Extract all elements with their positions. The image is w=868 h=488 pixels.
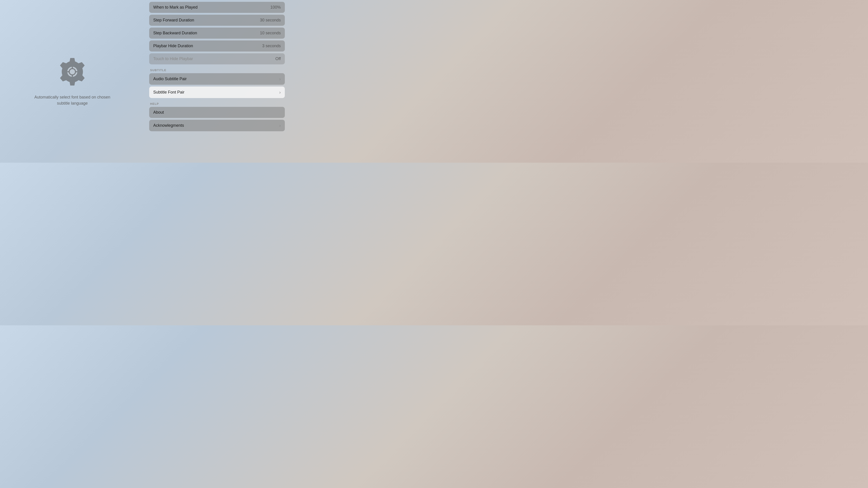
acknowledgments-chevron: › bbox=[279, 123, 281, 128]
touch-hide-row[interactable]: Touch to Hide Playbar Off bbox=[149, 53, 285, 64]
about-label: About bbox=[153, 110, 164, 115]
acknowledgments-label: Acknowlegments bbox=[153, 123, 184, 128]
step-forward-row[interactable]: Step Forward Duration 30 seconds bbox=[149, 15, 285, 26]
subtitle-font-row[interactable]: Subtitle Font Pair › bbox=[149, 87, 285, 98]
acknowledgments-row[interactable]: Acknowlegments › bbox=[149, 120, 285, 131]
subtitle-font-chevron: › bbox=[279, 90, 281, 95]
acknowledgments-chevron-icon: › bbox=[279, 123, 281, 128]
step-backward-value: 10 seconds bbox=[260, 31, 281, 35]
audio-subtitle-label: Audio Subtitle Pair bbox=[153, 76, 187, 81]
step-backward-label: Step Backward Duration bbox=[153, 31, 197, 35]
touch-hide-value: Off bbox=[275, 57, 281, 61]
playbar-hide-row[interactable]: Playbar Hide Duration 3 seconds bbox=[149, 40, 285, 52]
playbar-hide-label: Playbar Hide Duration bbox=[153, 43, 193, 48]
step-forward-value: 30 seconds bbox=[260, 18, 281, 23]
right-panel: When to Mark as Played 100% Step Forward… bbox=[145, 0, 289, 163]
audio-subtitle-chevron: › bbox=[279, 76, 281, 82]
playbar-hide-value: 3 seconds bbox=[262, 43, 281, 48]
audio-subtitle-chevron-icon: › bbox=[279, 76, 281, 82]
gear-icon bbox=[57, 56, 88, 89]
about-row[interactable]: About bbox=[149, 107, 285, 118]
left-description: Automatically select font based on chose… bbox=[34, 94, 111, 106]
audio-subtitle-row[interactable]: Audio Subtitle Pair › bbox=[149, 73, 285, 85]
when-to-mark-value: 100% bbox=[270, 5, 281, 10]
subtitle-font-chevron-icon: › bbox=[279, 90, 281, 95]
touch-hide-label: Touch to Hide Playbar bbox=[153, 57, 193, 61]
help-section-header: HELP bbox=[150, 102, 284, 105]
when-to-mark-row[interactable]: When to Mark as Played 100% bbox=[149, 2, 285, 13]
subtitle-section-header: SUBTITLE bbox=[150, 68, 284, 72]
step-backward-row[interactable]: Step Backward Duration 10 seconds bbox=[149, 28, 285, 39]
step-forward-label: Step Forward Duration bbox=[153, 18, 194, 23]
subtitle-font-label: Subtitle Font Pair bbox=[153, 90, 184, 95]
left-panel: Automatically select font based on chose… bbox=[0, 0, 145, 163]
when-to-mark-label: When to Mark as Played bbox=[153, 5, 197, 10]
